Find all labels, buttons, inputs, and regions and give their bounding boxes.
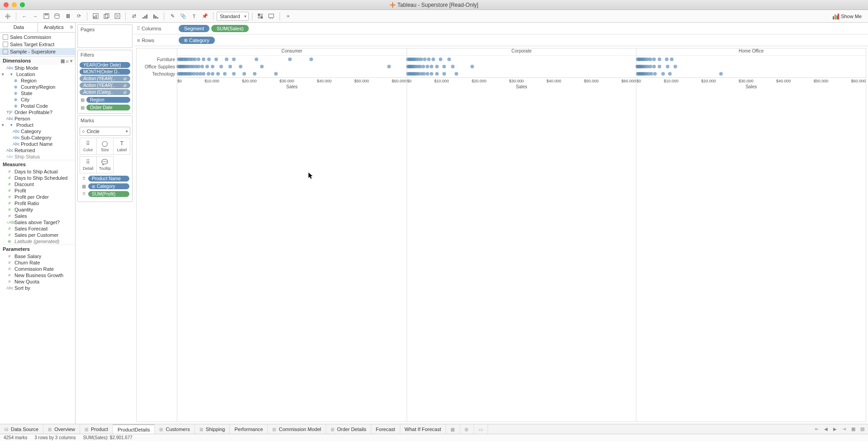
data-point[interactable] — [658, 65, 661, 68]
mark-tooltip[interactable]: 💬Tooltip — [96, 156, 114, 173]
field-row[interactable]: ⊕Country/Region — [0, 84, 75, 90]
field-row[interactable]: #Profit Ratio — [0, 200, 75, 206]
highlight-icon[interactable]: ✎ — [167, 11, 177, 21]
duplicate-icon[interactable] — [101, 11, 111, 21]
data-point[interactable] — [207, 58, 211, 61]
pages-card[interactable]: Pages — [77, 24, 133, 48]
field-row[interactable]: ⊕Region — [0, 77, 75, 84]
data-point[interactable] — [442, 72, 446, 76]
sort-desc-icon[interactable] — [151, 11, 161, 21]
data-point[interactable] — [232, 58, 236, 61]
filter-pill[interactable]: Action (Categ..⊘ — [80, 89, 130, 95]
share-icon[interactable]: ∝ — [283, 11, 293, 21]
field-row[interactable]: AbcSub-Category — [0, 134, 75, 141]
field-row[interactable]: #Sales Forecast — [0, 225, 75, 232]
marks-type-select[interactable]: ○ Circle — [80, 127, 130, 136]
sheet-tab[interactable]: ⊞Commission Model — [268, 424, 326, 434]
data-point[interactable] — [435, 65, 439, 68]
data-point[interactable] — [253, 72, 256, 76]
new-sheet-button[interactable]: ▦ — [446, 424, 460, 434]
datasource-item[interactable]: Sales Target Extract — [0, 41, 75, 48]
rows-shelf[interactable]: ≡Rows ⊞ Category — [134, 34, 868, 46]
field-row[interactable]: #Sales per Customer — [0, 232, 75, 238]
data-point[interactable] — [668, 72, 672, 76]
data-point[interactable] — [260, 65, 264, 68]
data-point[interactable] — [219, 65, 223, 68]
field-row[interactable]: AbcCategory — [0, 128, 75, 134]
column-pill[interactable]: Segment — [179, 25, 209, 32]
folder-caret-icon[interactable]: ▾ — [2, 123, 6, 127]
data-point[interactable] — [239, 65, 242, 68]
sheet-tab[interactable]: Forecast — [371, 424, 400, 434]
pin-icon[interactable]: 📌 — [200, 11, 210, 21]
field-row[interactable]: T|FOrder Profitable? — [0, 109, 75, 115]
data-point[interactable] — [200, 65, 204, 68]
data-point[interactable] — [442, 65, 446, 68]
row-label[interactable]: Technology — [137, 70, 177, 77]
data-point[interactable] — [202, 58, 205, 61]
field-row[interactable]: ⊕Postal Code — [0, 103, 75, 109]
pane-title[interactable]: Corporate — [407, 48, 636, 56]
field-row[interactable]: #New Quota — [0, 278, 75, 285]
data-point[interactable] — [470, 65, 474, 68]
filmstrip-icon[interactable]: ▤ — [858, 425, 866, 433]
last-sheet-icon[interactable]: ⇥ — [840, 425, 848, 433]
data-point[interactable] — [426, 65, 429, 68]
sheet-tab[interactable]: ⊞Customers — [155, 424, 194, 434]
visualization[interactable]: FurnitureOffice SuppliesTechnology Consu… — [136, 48, 866, 422]
data-point[interactable] — [211, 72, 214, 76]
new-datasource-icon[interactable] — [52, 11, 62, 21]
tableau-home-icon[interactable] — [3, 11, 13, 21]
field-row[interactable]: #Days to Ship Scheduled — [0, 175, 75, 181]
data-point[interactable] — [455, 72, 458, 76]
mark-encoding-icon[interactable]: ▦ — [81, 183, 87, 190]
data-point[interactable] — [274, 72, 278, 76]
data-point[interactable] — [661, 72, 665, 76]
mark-color[interactable]: ⠿Color — [80, 138, 97, 155]
field-row[interactable]: ⊕City — [0, 96, 75, 103]
undo-icon[interactable]: ← — [19, 11, 29, 21]
field-row[interactable]: ▾▾Product — [0, 122, 75, 128]
data-point[interactable] — [652, 58, 656, 61]
data-point[interactable] — [719, 72, 723, 76]
filter-pill[interactable]: Region — [86, 97, 130, 103]
data-point[interactable] — [207, 72, 210, 76]
datasource-item[interactable]: Sample - Superstore — [0, 48, 75, 55]
data-point[interactable] — [435, 72, 439, 76]
field-row[interactable]: #Churn Rate — [0, 259, 75, 266]
field-row[interactable]: AbcShip Status — [0, 153, 75, 160]
data-point[interactable] — [193, 58, 197, 61]
new-dashboard-button[interactable]: ⊞ — [460, 424, 474, 434]
field-row[interactable]: AbcPerson — [0, 115, 75, 122]
mark-pill[interactable]: Product Name — [88, 176, 129, 182]
field-row[interactable]: AbcReturned — [0, 147, 75, 153]
text-format-icon[interactable]: T — [189, 11, 199, 21]
data-point[interactable] — [422, 72, 426, 76]
sheet-tab[interactable]: ⊞Product — [80, 424, 113, 434]
filter-pill[interactable]: Order Date — [86, 105, 130, 110]
data-point[interactable] — [426, 72, 429, 76]
field-row[interactable]: #Quantity — [0, 206, 75, 213]
filter-pill[interactable]: MONTH(Order D.. — [80, 69, 130, 75]
mark-label[interactable]: TLabel — [113, 138, 130, 155]
sheet-tab[interactable]: ⛁Data Source — [0, 424, 43, 434]
data-point[interactable] — [652, 65, 656, 68]
data-point[interactable] — [214, 58, 218, 61]
pause-updates-icon[interactable] — [63, 11, 73, 21]
close-window-icon[interactable] — [4, 2, 9, 7]
data-point[interactable] — [649, 65, 652, 68]
row-label[interactable]: Office Supplies — [137, 63, 177, 70]
minimize-window-icon[interactable] — [12, 2, 17, 7]
search-icon[interactable]: ⌕ — [66, 58, 69, 63]
field-row[interactable]: ▾▾Location — [0, 71, 75, 77]
field-row[interactable]: AbcSort by — [0, 285, 75, 291]
sheet-tab[interactable]: What If Forecast — [400, 424, 446, 434]
first-sheet-icon[interactable]: ⇤ — [813, 425, 821, 433]
tab-analytics[interactable]: Analytics⚙ — [38, 23, 76, 32]
data-point[interactable] — [666, 65, 669, 68]
mark-encoding-icon[interactable]: ⠿ — [81, 191, 87, 197]
data-point[interactable] — [309, 58, 313, 61]
save-icon[interactable] — [41, 11, 51, 21]
data-point[interactable] — [255, 58, 258, 61]
field-row[interactable]: =AbcSales above Target? — [0, 219, 75, 225]
